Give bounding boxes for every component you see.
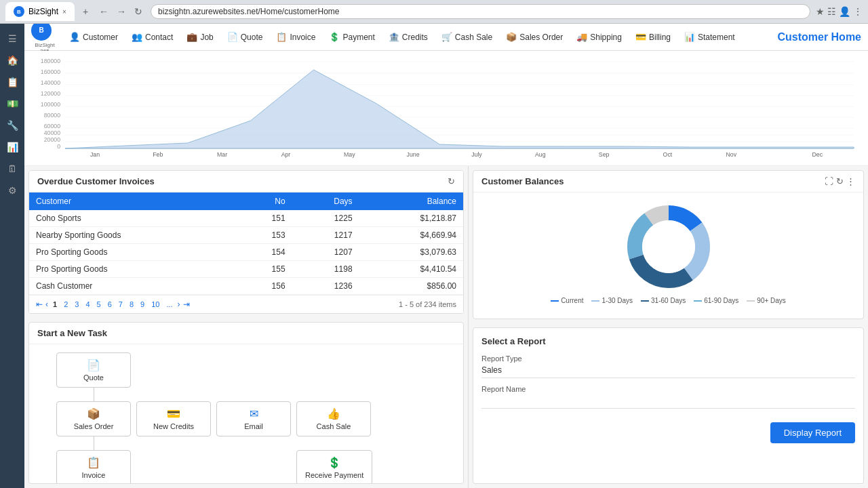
menu-btn[interactable]: ⋮ — [853, 6, 863, 17]
task-receivepay-label: Receive Payment — [305, 471, 363, 479]
nav-payment[interactable]: 💲Payment — [323, 28, 380, 46]
overdue-title: Overdue Customer Invoices — [37, 176, 155, 186]
svg-text:120000: 120000 — [41, 90, 60, 97]
cell-no: 151 — [235, 210, 292, 227]
task-quote-btn[interactable]: 📄 Quote — [56, 352, 131, 388]
nav-statement[interactable]: 📊Statement — [679, 28, 741, 46]
page-5[interactable]: 5 — [95, 300, 103, 309]
cell-customer: Cash Customer — [29, 278, 235, 295]
task-email-btn[interactable]: ✉ Email — [216, 401, 291, 436]
balances-section: Customer Balances ⛶ ↻ ⋮ — [473, 170, 864, 319]
first-page-btn[interactable]: ⇤ — [36, 300, 43, 309]
sidebar-calendar-icon[interactable]: 🗓 — [3, 159, 22, 178]
svg-text:Apr: Apr — [281, 151, 291, 158]
task-invoice-btn[interactable]: 📋 Invoice — [56, 450, 131, 484]
extensions-btn[interactable]: ☷ — [827, 6, 836, 17]
sales-chart: 180000 160000 140000 120000 100000 80000… — [35, 56, 857, 158]
page-7[interactable]: 7 — [117, 300, 125, 309]
svg-text:Nov: Nov — [726, 151, 736, 158]
page-1[interactable]: 1 — [51, 300, 59, 309]
prev-page-btn[interactable]: ‹ — [45, 300, 48, 309]
profile-btn[interactable]: 👤 — [839, 6, 850, 17]
app-container: ☰ 🏠 📋 💵 🔧 📊 🗓 ⚙ B BizSight 365 👤Customer… — [0, 24, 868, 488]
credits-icon: 🏦 — [389, 32, 399, 42]
donut-chart — [621, 199, 716, 294]
nav-invoice[interactable]: 📋Invoice — [271, 28, 321, 46]
legend-31-60-label: 31-60 Days — [651, 297, 686, 304]
balances-title: Customer Balances — [481, 176, 564, 186]
receivepay-task-icon: 💲 — [328, 456, 341, 469]
sidebar-menu-icon[interactable]: ☰ — [3, 29, 22, 48]
balances-expand-btn[interactable]: ⛶ — [825, 176, 833, 186]
balances-menu-btn[interactable]: ⋮ — [846, 176, 855, 186]
sidebar-chart-icon[interactable]: 📊 — [3, 138, 22, 157]
cell-no: 154 — [235, 244, 292, 261]
nav-cash-sale[interactable]: 🛒Cash Sale — [436, 28, 498, 46]
cell-customer: Pro Sporting Goods — [29, 244, 235, 261]
last-page-btn[interactable]: ⇥ — [183, 300, 190, 309]
page-9[interactable]: 9 — [138, 300, 146, 309]
page-3[interactable]: 3 — [73, 300, 81, 309]
svg-text:July: July — [471, 151, 482, 158]
cell-days: 1225 — [292, 210, 359, 227]
page-10[interactable]: 10 — [149, 300, 161, 309]
cell-no: 156 — [235, 278, 292, 295]
forward-btn[interactable]: → — [114, 5, 129, 18]
sidebar-settings-icon[interactable]: ⚙ — [3, 181, 22, 200]
report-name-field: Report Name — [481, 385, 855, 409]
task-flow: 📄 Quote 📦 Sales Order — [29, 344, 463, 484]
task-receivepay-btn[interactable]: 💲 Receive Payment — [296, 450, 372, 484]
display-report-btn[interactable]: Display Report — [770, 422, 855, 443]
address-bar[interactable]: bizsightn.azurewebsites.net/Home/custome… — [151, 4, 810, 19]
svg-text:May: May — [344, 151, 355, 158]
tab-favicon: B — [14, 6, 24, 17]
donut-container: Current 1-30 Days 31-60 Days — [473, 192, 863, 311]
task-cashsale-btn[interactable]: 👍 Cash Sale — [296, 401, 371, 436]
page-4[interactable]: 4 — [83, 300, 92, 309]
sidebar-dollar-icon[interactable]: 💵 — [3, 94, 22, 113]
reload-btn[interactable]: ↻ — [132, 5, 145, 18]
svg-text:20000: 20000 — [44, 136, 60, 143]
report-name-input[interactable] — [481, 396, 855, 409]
nav-sales-order[interactable]: 📦Sales Order — [500, 28, 568, 46]
nav-contact[interactable]: 👥Contact — [126, 28, 178, 46]
overdue-table-head: Customer No Days Balance — [29, 192, 463, 210]
nav-job[interactable]: 💼Job — [181, 28, 218, 46]
tab-close-btn[interactable]: × — [62, 8, 66, 16]
nav-credits[interactable]: 🏦Credits — [383, 28, 433, 46]
pagination: ⇤ ‹ 1 2 3 4 5 6 7 8 9 10 ... — [29, 295, 463, 313]
quote-task-icon: 📄 — [87, 359, 100, 371]
legend-current-label: Current — [561, 297, 583, 304]
main-content: B BizSight 365 👤Customer 👥Contact 💼Job 📄… — [24, 24, 868, 488]
overdue-refresh-btn[interactable]: ↻ — [448, 176, 455, 186]
legend-90plus-dot — [747, 300, 755, 302]
new-tab-btn[interactable]: + — [80, 5, 91, 18]
sidebar-home-icon[interactable]: 🏠 — [3, 51, 22, 70]
nav-customer[interactable]: 👤Customer — [64, 28, 123, 46]
legend-61-90-label: 61-90 Days — [704, 297, 738, 304]
nav-quote[interactable]: 📄Quote — [222, 28, 269, 46]
cell-days: 1198 — [292, 261, 359, 278]
svg-marker-20 — [65, 70, 854, 148]
cell-days: 1217 — [292, 227, 359, 244]
task-salesorder-btn[interactable]: 📦 Sales Order — [56, 401, 131, 436]
sidebar-list-icon[interactable]: 📋 — [3, 73, 22, 92]
nav-billing[interactable]: 💳Billing — [630, 28, 676, 46]
task-newcredits-btn[interactable]: 💳 New Credits — [136, 401, 211, 436]
sidebar-tools-icon[interactable]: 🔧 — [3, 116, 22, 135]
job-icon: 💼 — [186, 32, 197, 42]
browser-actions: ★ ☷ 👤 ⋮ — [816, 6, 863, 17]
svg-text:140000: 140000 — [41, 79, 60, 86]
balances-refresh-btn[interactable]: ↻ — [836, 176, 844, 186]
col-balance: Balance — [359, 192, 463, 210]
back-btn[interactable]: ← — [96, 5, 111, 18]
page-6[interactable]: 6 — [106, 300, 114, 309]
page-ellipsis: ... — [164, 300, 174, 309]
cell-days: 1207 — [292, 244, 359, 261]
nav-shipping[interactable]: 🚚Shipping — [571, 28, 627, 46]
page-8[interactable]: 8 — [127, 300, 136, 309]
task-email-label: Email — [244, 422, 263, 430]
bookmark-btn[interactable]: ★ — [816, 6, 825, 17]
page-2[interactable]: 2 — [62, 300, 70, 309]
next-page-btn[interactable]: › — [178, 300, 180, 309]
